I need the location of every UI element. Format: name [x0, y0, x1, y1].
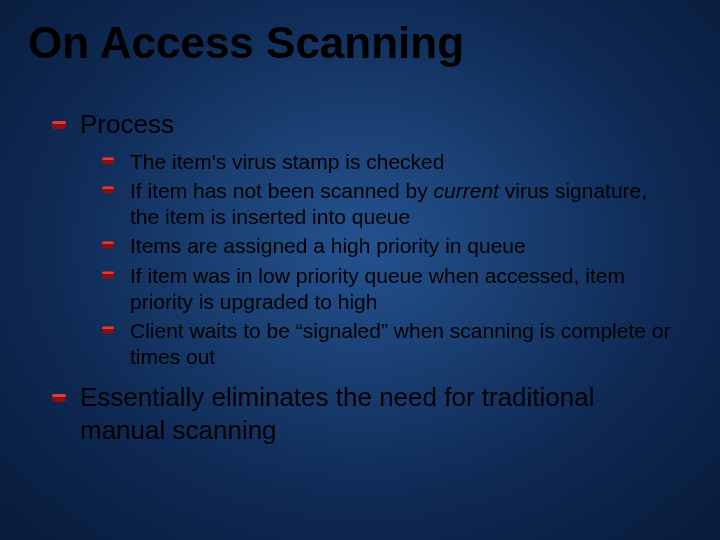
slide-title: On Access Scanning: [28, 18, 464, 68]
svg-rect-9: [102, 271, 114, 274]
bullet-icon: [52, 392, 68, 404]
bullet-level2: Client waits to be “signaled” when scann…: [52, 318, 674, 369]
bullet-text: Essentially eliminates the need for trad…: [80, 382, 595, 445]
bullet-icon: [102, 156, 115, 166]
svg-rect-5: [102, 187, 114, 190]
slide: On Access Scanning Process The item's: [0, 0, 720, 540]
bullet-icon: [102, 240, 115, 250]
bullet-level2: If item has not been scanned by current …: [52, 178, 674, 229]
svg-rect-1: [52, 121, 66, 124]
bullet-text: If item has not been scanned by current …: [130, 179, 647, 228]
svg-rect-13: [52, 394, 66, 397]
bullet-text: Items are assigned a high priority in qu…: [130, 234, 526, 257]
bullet-icon: [52, 119, 68, 131]
bullet-icon: [102, 325, 115, 335]
bullet-text: If item was in low priority queue when a…: [130, 264, 625, 313]
bullet-level1: Process: [52, 108, 674, 141]
bullet-level2: Items are assigned a high priority in qu…: [52, 233, 674, 259]
svg-rect-3: [102, 157, 114, 160]
slide-content: Process The item's virus stamp is checke…: [52, 108, 674, 454]
svg-rect-11: [102, 327, 114, 330]
svg-rect-7: [102, 242, 114, 245]
sub-bullets: The item's virus stamp is checked If ite…: [52, 149, 674, 370]
bullet-text: Process: [80, 109, 174, 139]
bullet-icon: [102, 270, 115, 280]
bullet-level2: If item was in low priority queue when a…: [52, 263, 674, 314]
bullet-level1: Essentially eliminates the need for trad…: [52, 381, 674, 446]
bullet-level2: The item's virus stamp is checked: [52, 149, 674, 175]
bullet-icon: [102, 185, 115, 195]
bullet-text: Client waits to be “signaled” when scann…: [130, 319, 670, 368]
bullet-text: The item's virus stamp is checked: [130, 150, 444, 173]
